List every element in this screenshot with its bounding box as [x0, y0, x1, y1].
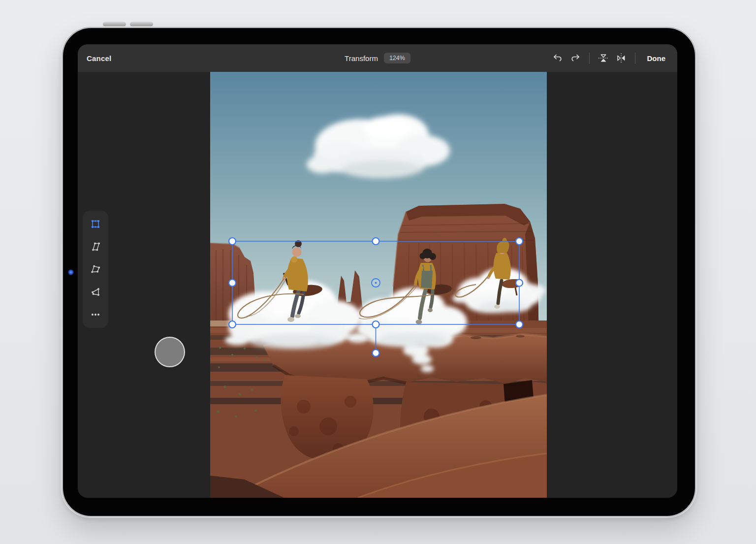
transform-tool-panel	[83, 211, 108, 328]
top-bar: Cancel Transform 124%	[78, 44, 677, 72]
tool-distort[interactable]	[89, 262, 102, 276]
canvas-area	[78, 72, 677, 498]
flip-horizontal-button[interactable]	[612, 49, 630, 67]
toolbar-separator	[635, 53, 635, 64]
title-group: Transform 124%	[345, 44, 410, 72]
page-title: Transform	[345, 54, 378, 63]
undo-button[interactable]	[549, 49, 567, 67]
undo-icon	[552, 53, 563, 64]
distort-icon	[90, 264, 101, 275]
redo-button[interactable]	[567, 49, 584, 67]
top-bar-actions: Done	[549, 49, 669, 67]
touch-shortcut-button[interactable]	[155, 337, 185, 367]
toolbar-separator	[589, 53, 590, 64]
flip-horizontal-icon	[615, 52, 627, 64]
canvas-image[interactable]	[210, 72, 547, 498]
redo-icon	[570, 53, 581, 64]
app-screen: Cancel Transform 124%	[78, 44, 677, 498]
volume-button-2	[130, 22, 153, 27]
tool-more-options[interactable]	[89, 308, 102, 321]
flip-vertical-icon	[598, 52, 609, 64]
cancel-button[interactable]: Cancel	[87, 54, 111, 63]
more-options-icon	[90, 309, 101, 320]
zoom-level-badge[interactable]: 124%	[384, 53, 410, 64]
tool-skew[interactable]	[89, 240, 102, 254]
flip-vertical-button[interactable]	[595, 49, 612, 67]
skew-icon	[90, 241, 101, 252]
desert-scene-illustration	[210, 72, 547, 498]
camera-indicator-dot	[68, 269, 74, 275]
done-button[interactable]: Done	[647, 54, 666, 63]
tablet-device-frame: Cancel Transform 124%	[62, 27, 696, 517]
tool-perspective[interactable]	[89, 285, 102, 299]
free-transform-icon	[90, 219, 101, 229]
perspective-icon	[90, 287, 101, 297]
volume-button-1	[103, 22, 126, 27]
tool-free-transform[interactable]	[89, 217, 102, 231]
